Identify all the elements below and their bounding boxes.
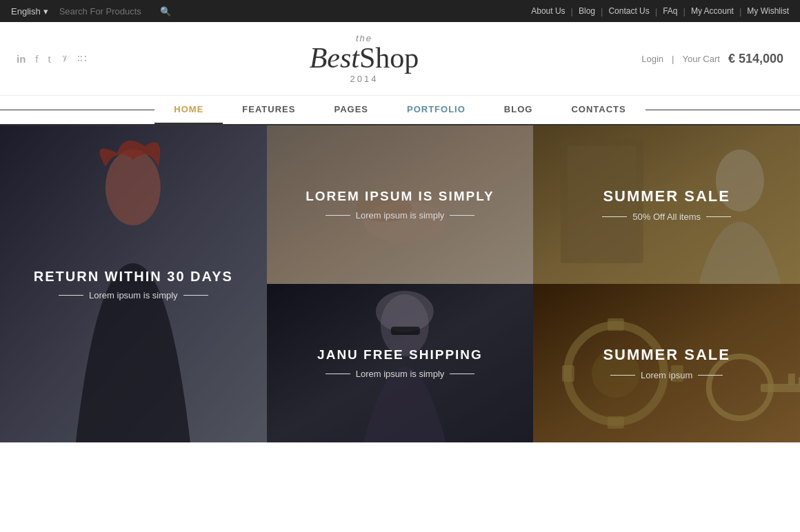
logo-brand-part1: Best — [310, 42, 359, 74]
line-left — [326, 215, 350, 216]
cell-5-subtitle-row: Lorem ipsum — [610, 370, 723, 380]
top-bar-left: English ▾ 🔍 — [11, 6, 171, 17]
site-header: in f t 𝒱 ∶∷ the BestShop 2014 Login | Yo… — [0, 22, 800, 96]
logo-brand: BestShop — [310, 43, 419, 72]
cell-5-overlay: SUMMER SALE Lorem ipsum — [533, 284, 800, 442]
separator: | — [655, 6, 657, 17]
nav-line-left — [0, 110, 154, 110]
cell-3-overlay: SUMMER SALE 50% Off All items — [533, 125, 800, 284]
header-account: Login | Your Cart € 514,000 — [641, 52, 783, 66]
cell-1-title: RETURN WITHIN 30 DAYS — [34, 268, 233, 285]
line-left — [610, 375, 635, 376]
cell-2-title: LOREM IPSUM IS SIMPLY — [306, 189, 494, 205]
cell-1-subtitle: Lorem ipsum is simply — [89, 290, 178, 300]
cell-4-subtitle-row: Lorem ipsum is simply — [326, 369, 475, 379]
login-link[interactable]: Login — [641, 54, 663, 64]
search-input[interactable] — [59, 6, 156, 17]
cell-2-subtitle: Lorem ipsum is simply — [356, 210, 445, 221]
cell-3-title: SUMMER SALE — [603, 187, 730, 205]
nav-item-blog[interactable]: BLOG — [485, 96, 552, 124]
line-right — [450, 215, 474, 216]
search-icon[interactable]: 🔍 — [160, 6, 171, 17]
logo-year: 2014 — [310, 74, 419, 84]
cell-4-title: JANU FREE SHIPPING — [317, 347, 483, 363]
language-selector[interactable]: English ▾ — [11, 6, 48, 17]
cell-2-overlay: LOREM IPSUM IS SIMPLY Lorem ipsum is sim… — [267, 125, 534, 284]
cell-5-title: SUMMER SALE — [603, 346, 730, 364]
facebook-icon[interactable]: f — [35, 53, 38, 65]
separator: | — [571, 6, 573, 17]
promo-grid: RETURN WITHIN 30 DAYS Lorem ipsum is sim… — [0, 125, 800, 442]
nav-item-portfolio[interactable]: PORTFOLIO — [388, 96, 485, 124]
separator: | — [739, 6, 741, 17]
promo-cell-5[interactable]: SUMMER SALE Lorem ipsum — [533, 284, 800, 442]
my-account-link[interactable]: My Account — [691, 6, 734, 16]
cart-price[interactable]: € 514,000 — [728, 52, 783, 66]
logo-brand-part2: Shop — [359, 42, 419, 74]
search-bar: 🔍 — [59, 6, 171, 17]
nav-item-home[interactable]: HOME — [154, 96, 223, 124]
contact-us-link[interactable]: Contact Us — [608, 6, 649, 16]
promo-cell-4[interactable]: JANU FREE SHIPPING Lorem ipsum is simply — [267, 284, 534, 442]
top-bar-right: About Us | Blog | Contact Us | FAq | My … — [531, 6, 789, 17]
cell-3-subtitle-row: 50% Off All items — [602, 212, 731, 222]
nav-items: HOME FEATURES PAGES PORTFOLIO BLOG CONTA… — [154, 96, 645, 124]
cell-4-subtitle: Lorem ipsum is simply — [356, 369, 445, 379]
line-right — [450, 374, 474, 374]
about-us-link[interactable]: About Us — [531, 6, 565, 16]
top-bar: English ▾ 🔍 About Us | Blog | Contact Us… — [0, 0, 800, 22]
promo-cell-3[interactable]: SUMMER SALE 50% Off All items — [533, 125, 800, 284]
my-wishlist-link[interactable]: My Wishlist — [747, 6, 789, 16]
cell-1-overlay: RETURN WITHIN 30 DAYS Lorem ipsum is sim… — [0, 125, 267, 442]
promo-cell-1[interactable]: RETURN WITHIN 30 DAYS Lorem ipsum is sim… — [0, 125, 267, 442]
line-left — [59, 295, 83, 296]
line-right — [698, 375, 723, 376]
cart-link[interactable]: Your Cart — [682, 54, 719, 64]
main-nav: HOME FEATURES PAGES PORTFOLIO BLOG CONTA… — [0, 96, 800, 125]
faq-link[interactable]: FAq — [663, 6, 677, 16]
linkedin-icon[interactable]: in — [17, 53, 26, 65]
cell-2-subtitle-row: Lorem ipsum is simply — [326, 210, 475, 221]
promo-cell-2[interactable]: LOREM IPSUM IS SIMPLY Lorem ipsum is sim… — [267, 125, 534, 284]
line-left — [326, 374, 350, 374]
line-right — [183, 295, 208, 296]
social-links: in f t 𝒱 ∶∷ — [17, 52, 87, 65]
chevron-down-icon: ▾ — [43, 6, 48, 17]
vimeo-icon[interactable]: 𝒱 — [61, 52, 68, 65]
line-right — [706, 216, 731, 217]
cell-4-overlay: JANU FREE SHIPPING Lorem ipsum is simply — [267, 284, 534, 442]
cell-3-subtitle: 50% Off All items — [632, 212, 701, 222]
nav-item-contacts[interactable]: CONTACTS — [552, 96, 645, 124]
separator: | — [601, 6, 603, 17]
separator: | — [683, 6, 686, 17]
line-left — [602, 216, 627, 217]
nav-item-features[interactable]: FEATURES — [223, 96, 314, 124]
cell-5-subtitle: Lorem ipsum — [641, 370, 692, 380]
twitter-icon[interactable]: t — [48, 53, 51, 65]
language-label: English — [11, 6, 41, 17]
nav-line-right — [646, 110, 800, 110]
flickr-icon[interactable]: ∶∷ — [77, 52, 87, 65]
separator: | — [672, 54, 674, 64]
cell-1-subtitle-row: Lorem ipsum is simply — [59, 290, 208, 300]
blog-link[interactable]: Blog — [579, 6, 595, 16]
nav-item-pages[interactable]: PAGES — [314, 96, 388, 124]
site-logo[interactable]: the BestShop 2014 — [310, 33, 419, 84]
